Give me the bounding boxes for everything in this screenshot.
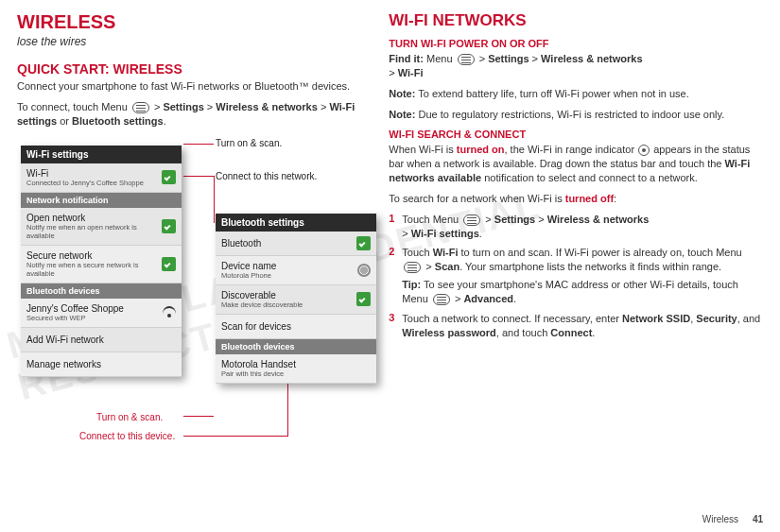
wifi-networks-heading: WI-FI NETWORKS bbox=[389, 11, 763, 30]
wifi-settings-screenshot: Wi-Fi settings Wi-Fi Connected to Jenny'… bbox=[21, 146, 182, 377]
menu-icon bbox=[132, 102, 149, 113]
turn-wifi-heading: TURN WI-FI POWER ON OR OFF bbox=[389, 38, 763, 49]
menu-icon bbox=[433, 294, 450, 305]
callout-turn-scan-top: Turn on & scan. bbox=[216, 138, 282, 148]
manage-networks-row[interactable]: Manage networks bbox=[21, 352, 182, 377]
secure-network-row[interactable]: Secure networkNotify me when a secure ne… bbox=[21, 246, 182, 283]
jennys-network-row[interactable]: Jenny's Coffee ShoppeSecured with WEP bbox=[21, 299, 182, 328]
footer-page-number: 41 bbox=[753, 514, 763, 524]
discoverable-row[interactable]: DiscoverableMake device discoverable bbox=[216, 285, 376, 315]
add-wifi-row[interactable]: Add Wi-Fi network bbox=[21, 328, 182, 352]
page-subtitle: lose the wires bbox=[17, 35, 362, 48]
wifi-settings-header: Wi-Fi settings bbox=[21, 146, 182, 163]
intro-paragraph: Connect your smartphone to fast Wi-Fi ne… bbox=[17, 79, 362, 94]
bluetooth-settings-screenshot: Bluetooth settings Bluetooth Device name… bbox=[216, 214, 376, 384]
bt-devices-section: Bluetooth devices bbox=[21, 283, 182, 299]
bt-devices-section-2: Bluetooth devices bbox=[216, 339, 376, 354]
open-network-row[interactable]: Open networkNotify me when an open netwo… bbox=[21, 208, 182, 246]
checkbox-icon bbox=[162, 170, 176, 184]
connect-instruction: To connect, touch Menu > Settings > Wire… bbox=[17, 100, 362, 129]
find-it-line: Find it: Menu > Settings > Wireless & ne… bbox=[389, 52, 763, 80]
checkbox-icon bbox=[162, 219, 176, 233]
note-battery: Note: To extend battery life, turn off W… bbox=[389, 87, 763, 101]
page-footer: Wireless 41 bbox=[702, 514, 763, 524]
device-name-row[interactable]: Device nameMotorola Phone bbox=[216, 256, 376, 285]
quick-start-heading: QUICK START: WIRELESS bbox=[17, 61, 362, 77]
checkbox-icon bbox=[162, 257, 176, 271]
radio-icon bbox=[357, 264, 371, 277]
page-title: WIRELESS bbox=[17, 11, 362, 33]
footer-section: Wireless bbox=[702, 514, 738, 524]
note-indoor: Note: Due to regulatory restrictions, Wi… bbox=[389, 108, 763, 122]
step-2: 2 Touch Wi-Fi to turn on and scan. If Wi… bbox=[389, 246, 763, 305]
step-3: 3 Touch a network to connect. If necessa… bbox=[389, 312, 763, 340]
checkbox-icon bbox=[356, 292, 371, 306]
menu-icon bbox=[404, 262, 421, 273]
checkbox-icon bbox=[356, 236, 371, 250]
turned-off-paragraph: To search for a network when Wi-Fi is tu… bbox=[389, 192, 763, 206]
network-notification-section: Network notification bbox=[21, 193, 182, 208]
callout-connect-network: Connect to this network. bbox=[216, 171, 317, 181]
motorola-handset-row[interactable]: Motorola HandsetPair with this device bbox=[216, 354, 376, 384]
bt-settings-header: Bluetooth settings bbox=[216, 214, 376, 232]
wifi-range-icon bbox=[638, 145, 650, 156]
menu-icon bbox=[463, 215, 480, 226]
search-connect-heading: WI-FI SEARCH & CONNECT bbox=[389, 129, 763, 140]
bluetooth-toggle-row[interactable]: Bluetooth bbox=[216, 232, 376, 256]
step-1: 1 Touch Menu > Settings > Wireless & net… bbox=[389, 213, 763, 241]
callout-connect-device: Connect to this device. bbox=[79, 431, 175, 441]
wifi-toggle-row[interactable]: Wi-Fi Connected to Jenny's Coffee Shoppe bbox=[21, 163, 182, 193]
menu-icon bbox=[458, 54, 475, 65]
callout-turn-scan-bottom: Turn on & scan. bbox=[96, 412, 163, 422]
turned-on-paragraph: When Wi-Fi is turned on, the Wi-Fi in ra… bbox=[389, 143, 763, 185]
wifi-signal-icon bbox=[163, 306, 176, 319]
scan-devices-row[interactable]: Scan for devices bbox=[216, 315, 376, 339]
